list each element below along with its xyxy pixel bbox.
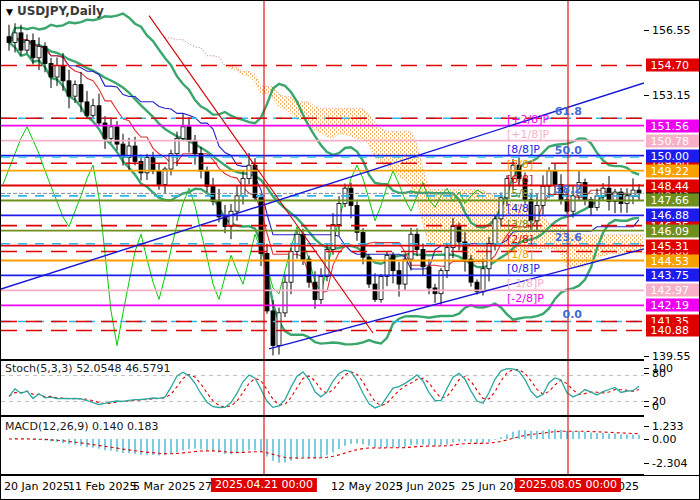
candle-body (19, 33, 23, 50)
candle-body (337, 204, 341, 225)
trendline (149, 16, 373, 333)
candle-body (481, 269, 485, 292)
candle-body (373, 284, 377, 299)
symbol-timeframe-label[interactable]: ▼USDJPY,Daily (6, 4, 104, 18)
candle-body (385, 255, 389, 276)
candle-body (535, 205, 539, 220)
scale-tick (644, 30, 649, 31)
scale-tick (644, 373, 649, 374)
candle-body (445, 248, 449, 271)
symbol-text: USDJPY,Daily (17, 4, 104, 18)
candle-body (13, 33, 17, 43)
candle-body (349, 188, 353, 205)
candle-body (469, 259, 473, 282)
price-badge: 146.88 (646, 209, 700, 222)
candle-body (295, 234, 299, 251)
candle-body (133, 146, 137, 161)
candle-body (415, 234, 419, 249)
scale-tick (644, 401, 649, 402)
candle-body (151, 158, 155, 171)
price-badge: 154.70 (646, 59, 700, 72)
candle-body (277, 313, 281, 346)
stoch-tick: 80 (652, 367, 666, 380)
price-tick: 156.55 (652, 24, 691, 37)
price-badge: 144.53 (646, 254, 700, 267)
candle-body (541, 186, 545, 205)
scale-tick (644, 406, 649, 407)
macd-signal-line (9, 431, 639, 458)
date-badge: 2025.04.21 00:00 (211, 478, 317, 492)
candle-body (7, 37, 11, 43)
candle-body (523, 179, 527, 200)
candle-body (205, 171, 209, 186)
price-badge: 151.56 (646, 119, 700, 132)
candle-body (247, 165, 251, 178)
date-badge: 2025.08.05 00:00 (515, 478, 621, 492)
macd-label: MACD(12,26,9) 0.140 0.183 (5, 420, 159, 433)
date-label: 5 Mar 2025 (133, 480, 196, 493)
scale-tick (644, 368, 649, 369)
price-scale[interactable]: 156.55153.15139.55100802001.2330.00-2.30… (644, 1, 700, 475)
candle-body (181, 127, 185, 139)
price-badge: 142.97 (646, 284, 700, 297)
price-badge: 147.66 (646, 194, 700, 207)
candle-body (457, 227, 461, 242)
candle-body (235, 196, 239, 211)
candle-body (187, 127, 191, 140)
candle-body (79, 85, 83, 102)
candle-body (43, 46, 47, 63)
macd-tick: -2.304 (652, 457, 687, 470)
candle-body (283, 282, 287, 313)
macd-tick: 0.00 (652, 433, 677, 446)
price-badge: 143.75 (646, 269, 700, 282)
date-label: 3 Jun 2025 (396, 480, 455, 493)
candle-body (211, 186, 215, 201)
scale-tick (644, 426, 649, 427)
scale-tick (644, 439, 649, 440)
candle-body (61, 65, 65, 80)
candle-body (67, 81, 71, 96)
price-badge: 150.00 (646, 149, 700, 162)
candle-body (265, 253, 269, 311)
scale-tick (644, 95, 649, 96)
pane-separator-2 (1, 415, 700, 417)
main-price-chart[interactable] (1, 1, 644, 359)
date-label: 11 Feb 2025 (68, 480, 136, 493)
chart-dropdown-icon[interactable]: ▼ (6, 7, 13, 17)
candle-body (271, 311, 275, 346)
candle-body (73, 85, 77, 97)
candle-body (547, 171, 551, 186)
price-badge: 148.44 (646, 179, 700, 192)
stoch-tick: 0 (652, 400, 659, 413)
candle-body (37, 46, 41, 58)
stochastic-label: Stoch(5,3,3) 52.0548 46.5791 (5, 362, 171, 375)
candle-body (301, 234, 305, 259)
pane-separator-1 (1, 359, 700, 361)
candle-body (91, 106, 95, 116)
candle-body (559, 184, 563, 199)
candle-body (529, 200, 533, 221)
candle-body (193, 140, 197, 153)
scale-tick (644, 463, 649, 464)
mt4-chart-window: [+2/8]P[+1/8]P[8/8]P[7/8][6/8][5/8][4/8]… (0, 0, 700, 500)
candle-body (289, 251, 293, 282)
price-tick: 153.15 (652, 89, 691, 102)
candle-body (409, 234, 413, 259)
candle-body (325, 250, 329, 277)
date-label: 12 May 2025 (331, 480, 403, 493)
candle-body (553, 171, 557, 184)
time-scale[interactable]: 20 Jan 202511 Feb 20255 Mar 202527 Mar 2… (1, 476, 700, 500)
candle-body (355, 205, 359, 232)
ichimoku-cloud (225, 66, 644, 267)
date-label: 20 Jan 2025 (4, 480, 70, 493)
candle-body (517, 165, 521, 178)
candle-body (379, 276, 383, 299)
candle-body (571, 196, 575, 211)
candle-body (487, 244, 491, 269)
candle-body (595, 196, 599, 208)
candle-body (403, 259, 407, 284)
candle-body (319, 276, 323, 299)
candle-body (97, 106, 101, 123)
price-badge: 146.09 (646, 224, 700, 237)
candle-body (427, 267, 431, 288)
